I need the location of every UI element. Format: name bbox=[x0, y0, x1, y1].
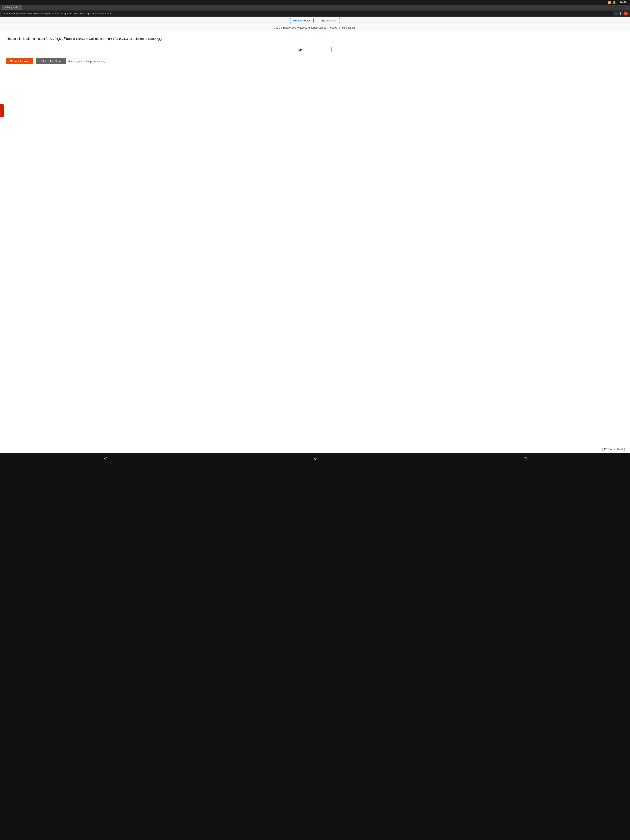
tab-bar: aching and × bbox=[0, 5, 630, 10]
helper-row: Use the References to access important v… bbox=[0, 24, 630, 31]
page-toolbar: [Review Topics] [References] bbox=[0, 17, 630, 24]
previous-label: Previous bbox=[604, 447, 615, 451]
red-accent-bar bbox=[0, 104, 4, 117]
attempts-remaining-text: 4 more group attempts remaining bbox=[68, 60, 106, 63]
home-button[interactable]: ○ bbox=[314, 456, 317, 461]
status-bar: 📶 🔋 1:26 PM bbox=[0, 0, 630, 5]
browser-tab[interactable]: aching and × bbox=[2, 5, 22, 10]
download-icon[interactable]: ⬇ bbox=[619, 12, 622, 16]
submit-answer-button[interactable]: Submit Answer bbox=[6, 58, 33, 65]
tab-label: aching and bbox=[5, 6, 17, 9]
chevron-left-icon: ❮ bbox=[601, 447, 603, 451]
references-link[interactable]: [References] bbox=[320, 18, 340, 23]
ph-input-row: pH = bbox=[6, 47, 624, 52]
action-buttons: Submit Answer Retry Entire Group 4 more … bbox=[6, 58, 624, 65]
page-content: [Review Topics] [References] Use the Ref… bbox=[0, 17, 630, 453]
question-area: The acid ionization constant for Cu(H2O)… bbox=[0, 31, 630, 445]
bottom-dark-area bbox=[0, 464, 630, 840]
next-label: Next bbox=[617, 447, 623, 451]
chevron-right-icon: ❯ bbox=[623, 447, 626, 451]
review-topics-link[interactable]: [Review Topics] bbox=[290, 18, 314, 23]
android-nav-bar: ◁ ○ □ bbox=[0, 453, 630, 464]
time-display: 1:26 PM bbox=[617, 1, 627, 4]
next-button[interactable]: Next ❯ bbox=[617, 447, 626, 451]
signal-icon: 📶 bbox=[608, 1, 611, 4]
battery-icon: 🔋 bbox=[613, 1, 616, 4]
back-button[interactable]: ◁ bbox=[104, 456, 107, 461]
address-bar-input[interactable] bbox=[2, 11, 613, 16]
question-text: The acid ionization constant for Cu(H2O)… bbox=[6, 36, 624, 42]
page-navigation: ❮ Previous Next ❯ bbox=[0, 445, 630, 453]
address-bar-row: ☆ ⬇ 🔴 bbox=[0, 10, 630, 17]
retry-group-button[interactable]: Retry Entire Group bbox=[36, 58, 66, 65]
page-wrapper: [Review Topics] [References] Use the Ref… bbox=[0, 17, 630, 453]
bookmark-icon[interactable]: ☆ bbox=[615, 12, 618, 16]
ph-input[interactable] bbox=[307, 47, 332, 52]
previous-button[interactable]: ❮ Previous bbox=[601, 447, 615, 451]
close-tab-button[interactable]: × bbox=[18, 6, 19, 9]
menu-icon[interactable]: 🔴 bbox=[624, 12, 628, 16]
recents-button[interactable]: □ bbox=[524, 456, 526, 461]
ph-label: pH = bbox=[298, 48, 305, 51]
helper-text: Use the References to access important v… bbox=[4, 25, 626, 30]
